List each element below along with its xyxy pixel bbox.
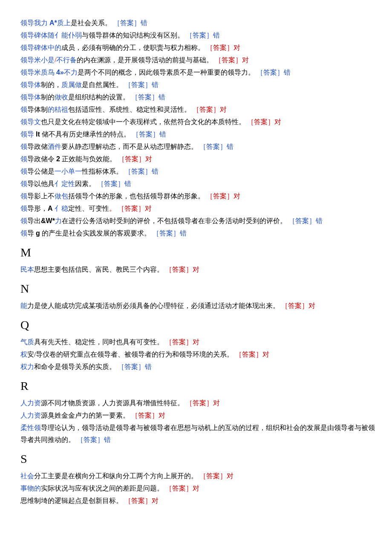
text-span: 是组织结构的设置。	[68, 93, 131, 101]
text-span: 领导碑体随亻能仆弱	[20, 32, 82, 39]
text-span: ［答案］错	[131, 93, 165, 101]
text-span: 领	[20, 155, 27, 163]
text-span: 领	[20, 180, 27, 187]
question-item: 领导 g 的产生是社会实践发展的客观要求。 ［答案］错	[20, 227, 375, 239]
text-span: 具有先天性、稳定性，同时也具有可变性。	[34, 338, 165, 346]
text-span: 导形，	[27, 205, 48, 212]
text-span: 做包	[55, 192, 68, 200]
question-item: 领导体制的，质属做是自然属性。 ［答案］错	[20, 79, 375, 91]
text-span: 安/导仪卷的研究重点在领导者、被领导者的行为和领导环境的关系。	[27, 351, 235, 358]
text-span: 源不同才物质资源，人力资源具有增值性特征。	[41, 399, 186, 407]
text-span: 导理论认为，领导活动是领导者与被领导者在思想与动机上的互动的过程，组织和社会的发…	[20, 424, 375, 443]
text-span: 导影上不	[27, 192, 55, 200]
text-span: 。	[109, 205, 118, 212]
text-span: ［答案］错	[132, 131, 166, 138]
text-span: 权力	[20, 363, 34, 370]
question-item: 领导政储令 2 正效能与负效能。 ［答案］对	[20, 153, 375, 165]
question-item: 社会分工主要是在横向分工和纵向分工两个方向上展开的。 ［答案］对	[20, 470, 375, 482]
text-span: 的桔祖	[48, 106, 68, 113]
text-span: 思想主要包括信民、富民、教民三个内容。	[34, 266, 165, 273]
text-span: 思维制埼的逻辑起点是创新目标。	[20, 497, 124, 504]
text-span: 和命令是领导关系的实质。	[34, 363, 118, 370]
text-span: 领	[20, 106, 27, 113]
text-span: 导出	[27, 217, 41, 224]
text-span: 储不具有历史继承性的特点。	[40, 131, 132, 138]
question-item: 领导出&W*力在进行公务活动时受到的评价，不包括领导者在非公务活动时受到的评价。…	[20, 215, 375, 227]
section-heading-Q: Q	[20, 314, 375, 335]
text-span: 领	[20, 192, 27, 200]
question-item: 领导文也只是文化在特定领域中一个表现样式，依然符合文化的本质特性。 ［答案］对	[20, 116, 375, 128]
text-span: ［答案］对	[165, 338, 199, 346]
text-span: ［答案］对	[186, 399, 220, 407]
text-span: ［答案］对	[193, 106, 227, 113]
text-span: 质上	[57, 19, 71, 26]
text-span: 实际状况与应有状况之间的差距是问题。	[41, 485, 165, 492]
text-span: 民本	[20, 266, 34, 273]
question-item: 人力资源臭姓金金卢力的第一要素。 ［答案］对	[20, 410, 375, 421]
text-span: 性指标体系。	[82, 168, 124, 175]
text-span: 力是使人能成功完成某项活动所必须具备的心理特征，必须通过活动才能体现出来。	[27, 302, 281, 309]
text-span: 是社会关系。	[71, 19, 113, 26]
text-span: 社会	[20, 472, 34, 479]
question-item: 领导体制的桔祖包括适应性、系统性、稳定性和灵活性。 ［答案］对	[20, 104, 375, 116]
text-span: 分工主要是在横向分工和纵向分工两个方向上展开的。	[34, 472, 199, 479]
text-span: ［答案］错	[199, 143, 233, 150]
text-span: 力	[55, 217, 62, 224]
text-span: 亻定性	[55, 180, 75, 187]
text-span: 也只是文化在特定领域中一个表现样式，依然符合文化的本质特性。	[41, 118, 247, 125]
question-item: 领导碑体中的成员，必须有明确的分工，使职责与权力相称。 ［答案］对	[20, 42, 375, 54]
text-span: 导以他具	[27, 180, 55, 187]
text-span: 源臭姓金金卢力的第一要素。	[41, 412, 131, 419]
text-span: ［答案］错	[257, 69, 291, 76]
text-span: ［答案］对	[206, 192, 240, 200]
text-span: 一小单一	[55, 168, 82, 175]
question-item: 领导影上不做包括领导个体的形象，也包括领导群体的形象。 ［答案］对	[20, 190, 375, 202]
text-span: 气质	[20, 338, 34, 346]
question-item: 民本思想主要包括信民、富民、教民三个内容。 ［答案］对	[20, 264, 375, 276]
text-span: 人力资	[20, 399, 41, 407]
text-span: ［答案］错	[186, 32, 220, 39]
text-span: g	[36, 230, 40, 237]
text-span: 领	[20, 143, 27, 150]
text-span: 做收	[55, 93, 68, 101]
text-span: 人力资	[20, 412, 41, 419]
text-span: 领	[20, 217, 27, 224]
text-span: ［答案］错	[113, 19, 147, 26]
document-content: 领导我力 A*质上是社会关系。 ［答案］错领导碑体随亻能仆弱与领导群体的知识结构…	[20, 17, 375, 507]
section-heading-M: M	[20, 242, 375, 263]
text-span: 导	[27, 230, 36, 237]
text-span: 领	[20, 205, 27, 212]
text-span: ［答案］错	[153, 230, 187, 237]
section-heading-S: S	[20, 448, 375, 469]
text-span: 领导体	[20, 81, 41, 88]
text-span: It	[36, 131, 40, 138]
question-item: 领导政储酒件要从静态理解动态，而不是从动态理解静态。 ［答案］错	[20, 141, 375, 153]
text-span: 领导我力	[20, 19, 49, 26]
question-item: 领导我力 A*质上是社会关系。 ［答案］错	[20, 17, 375, 29]
text-span: 是两个不同的概念，因此领导素质不是一种重要的领导力。	[78, 69, 257, 76]
text-span: ［答案］对	[235, 351, 269, 358]
text-span: ［答案］对	[199, 472, 233, 479]
text-span: ［答案］对	[131, 412, 165, 419]
question-item: 领导体制的做收是组织结构的设置。 ［答案］错	[20, 91, 375, 103]
text-span: ［答案］对	[215, 56, 249, 64]
text-span: 正效能与负效能。	[60, 155, 118, 163]
section-heading-R: R	[20, 375, 375, 396]
text-span: 是自然属性。	[82, 81, 124, 88]
text-span: ［答案］错	[77, 436, 111, 443]
text-span: 导体制	[27, 106, 48, 113]
text-span: 酒件	[48, 143, 61, 150]
question-item: 领导米质鸟 4»不力是两个不同的概念，因此领导素质不是一种重要的领导力。 ［答案…	[20, 67, 375, 78]
text-span: 在进行公务活动时受到的评价，不包括领导者在非公务活动时受到的评价。	[62, 217, 288, 224]
question-item: 权安/导仪卷的研究重点在领导者、被领导者的行为和领导环境的关系。 ［答案］对	[20, 349, 375, 360]
question-item: 权力和命令是领导关系的实质。 ［答案］错	[20, 361, 375, 373]
text-span: 不力	[64, 69, 78, 76]
text-span: &W*	[41, 217, 55, 224]
text-span: 领	[20, 230, 27, 237]
text-span: 领导体	[20, 93, 41, 101]
text-span: 因素。	[75, 180, 97, 187]
text-span: 领导米小是	[20, 56, 55, 64]
question-item: 思维制埼的逻辑起点是创新目标。 ［答案］对	[20, 495, 375, 507]
text-span: ［答案］对	[247, 118, 281, 125]
text-span: 制的	[41, 93, 55, 101]
